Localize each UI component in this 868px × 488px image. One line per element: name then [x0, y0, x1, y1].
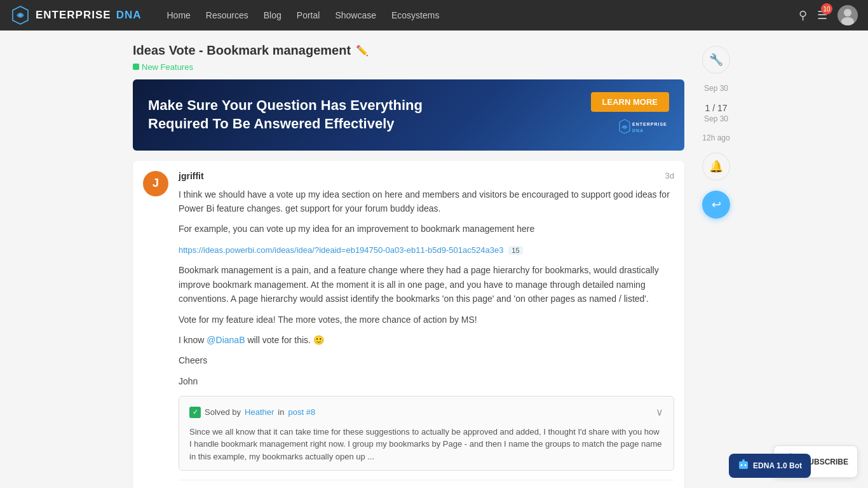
category-dot — [133, 64, 139, 70]
svg-point-1 — [19, 14, 22, 17]
category-tag[interactable]: New Features — [133, 62, 193, 72]
category-label: New Features — [142, 62, 193, 72]
nav-home[interactable]: Home — [166, 10, 190, 20]
page-title-wrapper: Ideas Vote - Bookmark management ✏️ — [133, 43, 684, 58]
edna-bot[interactable]: EDNA 1.0 Bot — [729, 454, 811, 478]
sidebar: 🔧 Sep 30 1 / 17 Sep 30 12h ago 🔔 ↩ — [697, 43, 735, 488]
sidebar-date-top: Sep 30 — [704, 84, 728, 93]
brand-enterprise-text: ENTERPRISE — [36, 9, 111, 22]
sidebar-progress-section: 1 / 17 Sep 30 — [704, 103, 728, 123]
post-para-2-text: For example, you can vote up my idea for… — [179, 224, 534, 234]
post-link-line: https://ideas.powerbi.com/ideas/idea/?id… — [179, 243, 674, 257]
solved-in-text: in — [278, 406, 284, 419]
post-author[interactable]: jgriffit — [179, 171, 204, 181]
solved-author[interactable]: Heather — [245, 406, 274, 419]
edit-icon[interactable]: ✏️ — [356, 44, 369, 57]
post-body: jgriffit 3d I think we should have a vot… — [179, 171, 674, 489]
nav-showcase[interactable]: Showcase — [335, 10, 376, 20]
solved-toggle-icon[interactable]: ∨ — [656, 404, 663, 421]
svg-rect-9 — [739, 461, 748, 469]
learn-more-button[interactable]: LEARN MORE — [591, 92, 669, 112]
brand-logo[interactable]: ENTERPRISE DNA — [10, 5, 141, 25]
sidebar-progress-date: Sep 30 — [704, 114, 728, 123]
nav-ecosystems[interactable]: Ecosystems — [391, 10, 439, 20]
post-para-1: I think we should have a vote up my idea… — [179, 187, 674, 216]
solved-by-text: Solved by — [205, 406, 241, 419]
hamburger-container: ☰ 10 — [817, 8, 827, 22]
post-inner: J jgriffit 3d I think we should have a v… — [133, 161, 684, 489]
nav-blog[interactable]: Blog — [264, 10, 281, 20]
svg-point-10 — [741, 464, 743, 466]
solved-post-link[interactable]: post #8 — [288, 406, 315, 419]
post-actions: ♡ 2 ··· ↩ Reply — [179, 480, 674, 488]
svg-point-3 — [844, 9, 851, 17]
solved-text: Since we all know that it can take time … — [189, 426, 663, 463]
page-container: Ideas Vote - Bookmark management ✏️ New … — [123, 30, 745, 488]
banner-logo: ENTERPRISE DNA — [618, 118, 669, 138]
brand-dna-text: DNA — [116, 9, 142, 22]
link-badge: 15 — [508, 246, 522, 255]
main-content: Ideas Vote - Bookmark management ✏️ New … — [133, 43, 684, 488]
post-content-6: will vote for this. 🙂 — [247, 335, 323, 345]
post-card: J jgriffit 3d I think we should have a v… — [133, 161, 684, 489]
user-avatar[interactable] — [837, 5, 858, 25]
svg-text:ENTERPRISE: ENTERPRISE — [632, 122, 667, 126]
post-para-3: Bookmark management is a pain, and a fea… — [179, 263, 674, 306]
navbar-right: ⚲ ☰ 10 — [799, 5, 858, 25]
navbar: ENTERPRISE DNA Home Resources Blog Porta… — [0, 0, 868, 30]
post-author-avatar[interactable]: J — [143, 171, 168, 196]
solved-box: ✓ Solved by Heather in post #8 ∨ Since w… — [179, 396, 674, 471]
post-meta: jgriffit 3d — [179, 171, 674, 181]
nav-links: Home Resources Blog Portal Showcase Ecos… — [166, 10, 799, 20]
nav-portal[interactable]: Portal — [297, 10, 320, 20]
svg-text:DNA: DNA — [632, 128, 644, 133]
page-title: Ideas Vote - Bookmark management — [133, 43, 351, 58]
post-time: 3d — [665, 171, 674, 180]
promo-banner: Make Sure Your Question Has Everything R… — [133, 79, 684, 151]
sidebar-ago: 12h ago — [702, 133, 729, 142]
search-icon[interactable]: ⚲ — [799, 8, 807, 22]
solved-check-icon: ✓ — [189, 407, 201, 418]
post-closing-2: John — [179, 374, 674, 388]
edna-bot-icon — [738, 459, 749, 473]
sidebar-progress: 1 / 17 — [705, 103, 727, 113]
post-mention[interactable]: @DianaB — [207, 335, 245, 345]
notification-badge: 10 — [821, 3, 832, 15]
solved-label: ✓ Solved by Heather in post #8 — [189, 406, 315, 419]
nav-resources[interactable]: Resources — [206, 10, 248, 20]
post-para-5: I know @DianaB will vote for this. 🙂 — [179, 333, 674, 347]
bell-button[interactable]: 🔔 — [702, 152, 730, 180]
solved-header: ✓ Solved by Heather in post #8 ∨ — [189, 404, 663, 421]
banner-text: Make Sure Your Question Has Everything R… — [148, 97, 435, 133]
post-para-4: Vote for my feature idea! The more votes… — [179, 313, 674, 327]
wrench-button[interactable]: 🔧 — [702, 46, 730, 74]
post-link[interactable]: https://ideas.powerbi.com/ideas/idea/?id… — [179, 245, 503, 255]
compose-button[interactable]: ↩ — [702, 191, 730, 219]
post-closing-1: Cheers — [179, 353, 674, 367]
post-content-5: I know — [179, 335, 204, 345]
banner-right: LEARN MORE ENTERPRISE DNA — [591, 92, 669, 138]
svg-point-11 — [745, 464, 747, 466]
edna-bot-label: EDNA 1.0 Bot — [753, 461, 802, 470]
post-content: I think we should have a vote up my idea… — [179, 187, 674, 471]
post-para-2: For example, you can vote up my idea for… — [179, 222, 674, 236]
